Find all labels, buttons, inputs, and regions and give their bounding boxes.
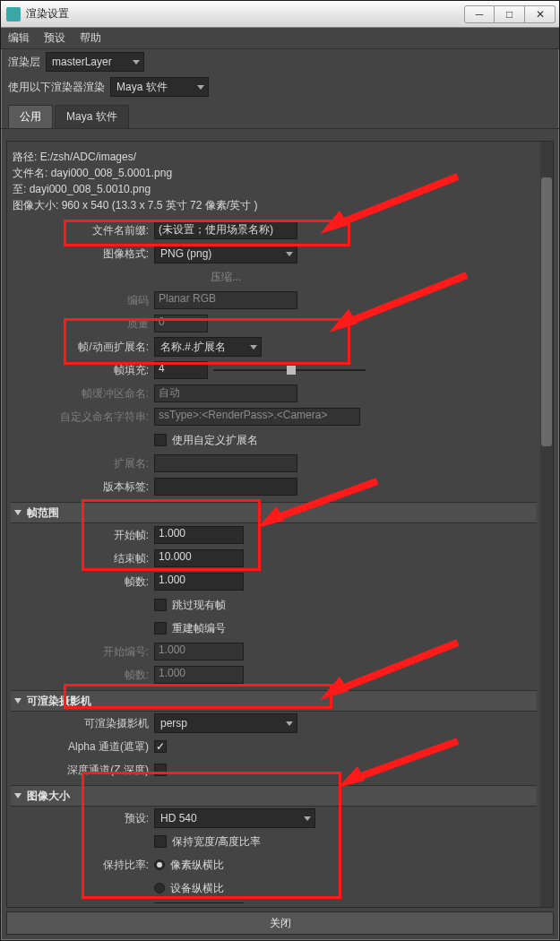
- frame-ext-value: 名称.#.扩展名: [160, 340, 226, 355]
- device-ar-radio[interactable]: [154, 883, 165, 894]
- minimize-button[interactable]: ─: [464, 5, 495, 23]
- section-image-size-title: 图像大小: [27, 789, 70, 804]
- image-format-dropdown[interactable]: PNG (png): [154, 244, 297, 263]
- render-using-dropdown[interactable]: Maya 软件: [110, 77, 209, 97]
- close-button[interactable]: ✕: [525, 5, 556, 23]
- section-image-size[interactable]: 图像大小: [11, 785, 537, 807]
- row-skip-existing: 跳过现有帧: [11, 593, 537, 617]
- ext-name-label: 扩展名:: [11, 456, 154, 471]
- render-layer-label: 渲染层: [8, 55, 40, 70]
- render-settings-window: 渲染设置 ─ □ ✕ 编辑 预设 帮助 渲染层 masterLayer 使用以下…: [0, 0, 560, 941]
- content-inner: 路径: E:/zsh/ADC/images/ 文件名: dayi000_008_…: [11, 145, 537, 903]
- version-input[interactable]: [154, 478, 297, 496]
- alpha-label: Alpha 通道(遮罩): [11, 739, 154, 755]
- ext-name-input: [154, 454, 297, 472]
- twisty-icon: [14, 698, 22, 704]
- menubar: 编辑 预设 帮助: [1, 28, 559, 49]
- render-layer-value: masterLayer: [52, 56, 112, 68]
- chevron-down-icon: [250, 345, 257, 350]
- start-frame-label: 开始帧:: [11, 528, 154, 543]
- frame-pad-label: 帧填充:: [11, 363, 154, 378]
- chevron-down-icon: [197, 85, 204, 90]
- section-camera[interactable]: 可渲染摄影机: [11, 690, 537, 712]
- section-frame-range[interactable]: 帧范围: [11, 502, 537, 523]
- end-frame-label: 结束帧:: [11, 551, 154, 566]
- row-buffer-name: 帧缓冲区命名: 自动: [11, 382, 537, 405]
- compress-label[interactable]: 压缩...: [154, 270, 297, 285]
- row-compress: 压缩...: [11, 265, 537, 289]
- custom-name-value: ssType>:<RenderPass>.<Camera>: [154, 408, 360, 426]
- skip-existing-label: 跳过现有帧: [172, 598, 226, 613]
- info-filename: 文件名: dayi000_008_5.0001.png: [13, 165, 535, 181]
- pixel-ar-radio[interactable]: [154, 859, 165, 870]
- depth-label: 深度通道(Z 深度): [11, 763, 154, 778]
- alpha-checkbox[interactable]: ✓: [154, 740, 167, 753]
- preset-dropdown[interactable]: HD 540: [154, 808, 315, 828]
- tab-bar: 公用 Maya 软件: [1, 99, 559, 129]
- window-buttons: ─ □ ✕: [464, 5, 556, 23]
- frame-ext-dropdown[interactable]: 名称.#.扩展名: [154, 337, 262, 357]
- row-start-frame: 开始帧: 1.000: [11, 523, 537, 547]
- info-block: 路径: E:/zsh/ADC/images/ 文件名: dayi000_008_…: [11, 145, 537, 219]
- scrollbar[interactable]: [540, 142, 553, 907]
- renumber-checkbox[interactable]: [154, 622, 167, 635]
- row-depth: 深度通道(Z 深度): [11, 758, 537, 781]
- quality-label: 质量: [11, 316, 154, 332]
- keep-ratio-label: 保持宽度/高度比率: [172, 834, 261, 850]
- row-by-frame: 帧数: 1.000: [11, 570, 537, 593]
- preset-value: HD 540: [160, 812, 197, 824]
- footer: 关闭: [6, 911, 554, 935]
- camera-dropdown[interactable]: persp: [154, 713, 297, 733]
- menu-help[interactable]: 帮助: [80, 30, 101, 46]
- start-frame-input[interactable]: 1.000: [154, 526, 244, 544]
- width-input[interactable]: 960: [154, 902, 244, 903]
- frame-pad-input[interactable]: 4: [154, 361, 208, 379]
- row-pixel-ar: 保持比率: 像素纵横比: [11, 853, 537, 876]
- row-file-prefix: 文件名前缀: (未设置；使用场景名称): [11, 219, 537, 242]
- row-encoding: 编码 Planar RGB: [11, 289, 537, 312]
- by-frame-input[interactable]: 1.000: [154, 573, 244, 591]
- row-frame-pad: 帧填充: 4: [11, 358, 537, 382]
- image-format-label: 图像格式:: [11, 246, 154, 262]
- info-size: 图像大小: 960 x 540 (13.3 x 7.5 英寸 72 像素/英寸 …: [13, 197, 535, 213]
- section-frame-range-title: 帧范围: [27, 505, 59, 521]
- encoding-value: Planar RGB: [154, 291, 297, 309]
- by-frame2-label: 帧数:: [11, 668, 154, 683]
- depth-checkbox[interactable]: [154, 764, 167, 776]
- window-title: 渲染设置: [26, 6, 464, 22]
- row-keep-ratio: 保持宽度/高度比率: [11, 830, 537, 853]
- camera-label: 可渲染摄影机: [11, 716, 154, 731]
- keep-ratio-checkbox[interactable]: [154, 835, 167, 848]
- close-dialog-button[interactable]: 关闭: [6, 911, 554, 935]
- render-layer-dropdown[interactable]: masterLayer: [46, 52, 144, 72]
- row-by-frame2: 帧数: 1.000: [11, 663, 537, 686]
- tab-renderer[interactable]: Maya 软件: [55, 105, 129, 128]
- start-number-label: 开始编号:: [11, 644, 154, 660]
- section-camera-title: 可渲染摄影机: [27, 694, 91, 709]
- titlebar: 渲染设置 ─ □ ✕: [1, 1, 559, 28]
- info-path: 路径: E:/zsh/ADC/images/: [13, 149, 535, 165]
- row-version-label: 版本标签:: [11, 475, 537, 498]
- use-custom-ext-checkbox[interactable]: [154, 434, 167, 446]
- start-number-value: 1.000: [154, 643, 244, 660]
- end-frame-input[interactable]: 10.000: [154, 549, 244, 567]
- row-renumber: 重建帧编号: [11, 617, 537, 640]
- info-to: 至: dayi000_008_5.0010.png: [13, 181, 535, 197]
- row-quality: 质量 0: [11, 312, 537, 335]
- file-prefix-input[interactable]: (未设置；使用场景名称): [154, 221, 297, 239]
- render-using-row: 使用以下渲染器渲染 Maya 软件: [1, 74, 559, 99]
- row-end-frame: 结束帧: 10.000: [11, 547, 537, 570]
- frame-pad-slider[interactable]: [213, 364, 366, 376]
- app-icon: [6, 7, 21, 22]
- skip-existing-checkbox[interactable]: [154, 599, 167, 611]
- content-area: 路径: E:/zsh/ADC/images/ 文件名: dayi000_008_…: [6, 141, 554, 908]
- tab-common[interactable]: 公用: [8, 105, 53, 128]
- twisty-icon: [14, 510, 22, 515]
- scrollbar-thumb[interactable]: [541, 177, 552, 446]
- menu-preset[interactable]: 预设: [44, 30, 65, 46]
- chevron-down-icon: [133, 60, 140, 65]
- maximize-button[interactable]: □: [495, 5, 525, 23]
- quality-value: 0: [154, 315, 208, 332]
- menu-edit[interactable]: 编辑: [8, 30, 30, 46]
- custom-name-label: 自定义命名字符串:: [11, 410, 154, 425]
